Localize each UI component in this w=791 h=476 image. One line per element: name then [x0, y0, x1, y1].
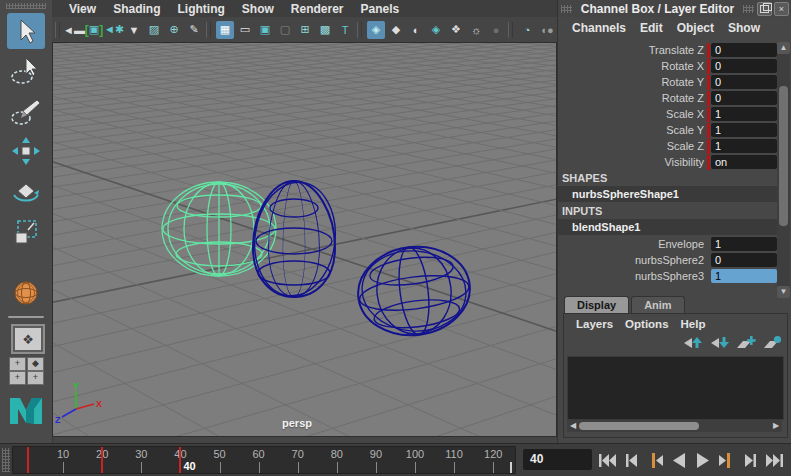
- grease-pencil-icon[interactable]: ✎: [185, 21, 203, 39]
- pane-layout-c-button[interactable]: +: [9, 371, 26, 385]
- shape-node-row[interactable]: nurbsSphereShape1: [558, 186, 777, 202]
- viewport[interactable]: Y X Z persp: [52, 42, 557, 437]
- channel-box-titlebar[interactable]: Channel Box / Layer Editor ×: [558, 0, 791, 17]
- channel-value-field[interactable]: on: [711, 155, 777, 169]
- pan-zoom-icon[interactable]: ⊕: [165, 21, 183, 39]
- shadows-icon[interactable]: ●: [487, 21, 505, 39]
- keyframe-marker[interactable]: [101, 447, 103, 474]
- exposure-icon[interactable]: ◖●: [538, 21, 556, 39]
- channel-box-scrollbar[interactable]: ▲ ▼: [777, 42, 790, 298]
- safe-title-icon[interactable]: T: [336, 21, 354, 39]
- select-tool[interactable]: [7, 13, 45, 49]
- menu-object[interactable]: Object: [677, 21, 714, 35]
- move-layer-down-icon[interactable]: [709, 335, 729, 354]
- xray-icon[interactable]: ◔: [518, 21, 536, 39]
- step-forward-key-button[interactable]: [715, 450, 739, 470]
- channel-value-field[interactable]: 0: [711, 91, 777, 105]
- step-forward-frame-button[interactable]: [739, 450, 763, 470]
- menu-panels[interactable]: Panels: [361, 2, 400, 16]
- wireframe-on-shaded-icon[interactable]: ◈: [427, 21, 445, 39]
- current-time-field[interactable]: 40: [523, 449, 592, 470]
- panel-drag-handle[interactable]: [743, 5, 754, 13]
- go-to-end-button[interactable]: [763, 450, 787, 470]
- shaded-display-icon[interactable]: ◆: [387, 21, 405, 39]
- menu-show[interactable]: Show: [242, 2, 274, 16]
- new-empty-layer-icon[interactable]: [736, 335, 756, 354]
- pane-layout-d-button[interactable]: +: [27, 371, 44, 385]
- channel-value-field[interactable]: 0: [711, 43, 777, 57]
- move-tool[interactable]: [7, 133, 45, 169]
- menu-view[interactable]: View: [69, 2, 96, 16]
- camera-attributes-icon[interactable]: ◄✱: [105, 21, 123, 39]
- play-backwards-button[interactable]: [667, 450, 691, 470]
- menu-shading[interactable]: Shading: [113, 2, 160, 16]
- menu-lighting[interactable]: Lighting: [177, 2, 224, 16]
- nurbs-sphere-selected[interactable]: [162, 182, 276, 276]
- panel-popout-button[interactable]: [757, 2, 772, 16]
- step-back-key-button[interactable]: [643, 450, 667, 470]
- gate-mask-icon[interactable]: ▢: [276, 21, 294, 39]
- pane-layout-a-button[interactable]: +: [9, 357, 26, 371]
- channel-value-field[interactable]: 1: [711, 123, 777, 137]
- playhead[interactable]: [179, 447, 181, 474]
- rotate-tool[interactable]: [7, 173, 45, 209]
- channel-value-field[interactable]: 0: [711, 75, 777, 89]
- textured-display-icon[interactable]: ◐: [407, 21, 425, 39]
- panel-drag-handle[interactable]: [561, 5, 572, 13]
- scroll-down-icon[interactable]: ▼: [777, 286, 790, 298]
- resolution-gate-icon[interactable]: ▣: [256, 21, 274, 39]
- wireframe-display-icon[interactable]: ◈: [367, 21, 385, 39]
- layer-list[interactable]: [567, 356, 784, 420]
- scroll-right-icon[interactable]: ▶: [770, 420, 782, 432]
- channel-value-field[interactable]: 1: [711, 269, 777, 283]
- channel-label: nurbsSphere3: [558, 270, 707, 282]
- scroll-left-icon[interactable]: ◀: [567, 420, 579, 432]
- toolbox-drag-handle[interactable]: [6, 3, 46, 9]
- go-to-start-button[interactable]: [595, 450, 619, 470]
- lasso-tool[interactable]: [7, 53, 45, 89]
- move-layer-up-icon[interactable]: [682, 335, 702, 354]
- scroll-up-icon[interactable]: ▲: [777, 42, 790, 54]
- tab-display[interactable]: Display: [564, 296, 629, 314]
- menu-edit[interactable]: Edit: [640, 21, 663, 35]
- time-slider-drag-handle[interactable]: [2, 448, 10, 472]
- layer-list-scrollbar[interactable]: ◀ ▶: [567, 420, 782, 432]
- pane-layout-b-button[interactable]: ◆: [27, 357, 44, 371]
- step-back-frame-button[interactable]: [619, 450, 643, 470]
- scrollbar-thumb[interactable]: [779, 86, 788, 226]
- default-material-icon[interactable]: ❖: [447, 21, 465, 39]
- menu-options[interactable]: Options: [625, 318, 668, 330]
- channel-value-field[interactable]: 0: [711, 59, 777, 73]
- play-forwards-button[interactable]: [691, 450, 715, 470]
- panel-close-button[interactable]: ×: [774, 2, 789, 16]
- image-plane-icon[interactable]: ▨: [145, 21, 163, 39]
- menu-renderer[interactable]: Renderer: [291, 2, 344, 16]
- menu-channels[interactable]: Channels: [572, 21, 626, 35]
- safe-action-icon[interactable]: ▩: [316, 21, 334, 39]
- lock-camera-icon[interactable]: [▣]: [85, 21, 103, 39]
- keyframe-marker[interactable]: [27, 447, 29, 474]
- menu-layers[interactable]: Layers: [576, 318, 613, 330]
- new-layer-with-selected-icon[interactable]: [763, 335, 783, 354]
- paint-selection-tool[interactable]: [7, 93, 45, 129]
- channel-value-field[interactable]: 1: [711, 139, 777, 153]
- sphere-history-icon[interactable]: [8, 278, 44, 308]
- tab-anim[interactable]: Anim: [631, 296, 685, 314]
- lights-icon[interactable]: ☼: [467, 21, 485, 39]
- channel-value-field[interactable]: 1: [711, 107, 777, 121]
- menu-show[interactable]: Show: [728, 21, 760, 35]
- single-pane-layout-button[interactable]: ❖: [11, 324, 45, 354]
- scale-tool[interactable]: [7, 213, 45, 249]
- film-gate-icon[interactable]: ▭: [236, 21, 254, 39]
- select-camera-icon[interactable]: ◄▬: [65, 21, 83, 39]
- time-slider[interactable]: 10203040506070809010011012040: [12, 446, 516, 474]
- channel-value-field[interactable]: 0: [711, 253, 777, 267]
- scrollbar-thumb[interactable]: [579, 422, 699, 430]
- bookmark-icon[interactable]: ▼: [125, 21, 143, 39]
- menu-help[interactable]: Help: [681, 318, 706, 330]
- grid-icon[interactable]: ▦: [216, 21, 234, 39]
- nurbs-sphere-right[interactable]: [349, 234, 479, 348]
- channel-value-field[interactable]: 1: [711, 237, 777, 251]
- field-chart-icon[interactable]: ⊞: [296, 21, 314, 39]
- input-node-row[interactable]: blendShape1: [558, 219, 777, 235]
